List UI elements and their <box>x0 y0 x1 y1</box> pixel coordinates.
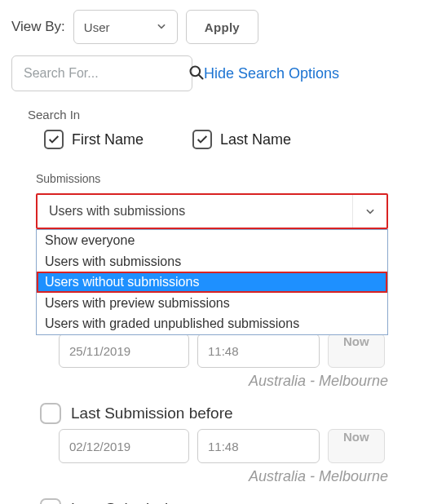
late-submissions-checkbox[interactable] <box>40 498 61 504</box>
hide-search-options-link[interactable]: Hide Search Options <box>204 65 339 82</box>
search-input[interactable] <box>22 65 188 82</box>
chevron-down-icon <box>352 195 386 228</box>
submissions-select-value: Users with submissions <box>49 204 185 219</box>
search-in-heading: Search In <box>28 108 413 122</box>
svg-line-1 <box>199 74 203 78</box>
submissions-option[interactable]: Show everyone <box>37 230 387 251</box>
view-by-select[interactable]: User <box>73 10 178 44</box>
first-name-checkbox[interactable] <box>44 130 64 149</box>
submissions-option[interactable]: Users with submissions <box>37 251 387 272</box>
submissions-option[interactable]: Users with graded unpublished submission… <box>37 313 387 334</box>
after-now-button[interactable]: Now <box>328 334 385 368</box>
view-by-value: User <box>84 20 110 34</box>
last-submission-before-label: Last Submission before <box>71 405 233 422</box>
submissions-heading: Submissions <box>36 172 413 185</box>
last-name-checkbox[interactable] <box>192 130 212 149</box>
view-by-label: View By: <box>11 19 65 35</box>
first-name-label: First Name <box>72 131 144 148</box>
search-input-wrap[interactable] <box>11 55 192 91</box>
last-submission-before-checkbox[interactable] <box>40 403 61 424</box>
last-name-label: Last Name <box>220 131 291 148</box>
before-timezone: Australia - Melbourne <box>11 468 388 485</box>
submissions-select[interactable]: Users with submissions <box>36 193 388 229</box>
submissions-option[interactable]: Users without submissions <box>37 272 387 293</box>
after-time-input[interactable]: 11:48 <box>197 334 320 368</box>
apply-button[interactable]: Apply <box>186 10 258 44</box>
late-submissions-label: Late Submissions <box>71 500 193 504</box>
search-icon[interactable] <box>188 64 205 83</box>
after-timezone: Australia - Melbourne <box>11 373 388 390</box>
submissions-option[interactable]: Users with preview submissions <box>37 293 387 314</box>
after-date-input[interactable]: 25/11/2019 <box>59 334 189 368</box>
before-date-input[interactable]: 02/12/2019 <box>59 429 189 463</box>
submissions-dropdown-list: Show everyoneUsers with submissionsUsers… <box>36 229 388 335</box>
before-now-button[interactable]: Now <box>328 429 385 463</box>
before-time-input[interactable]: 11:48 <box>197 429 320 463</box>
chevron-down-icon <box>156 20 167 34</box>
